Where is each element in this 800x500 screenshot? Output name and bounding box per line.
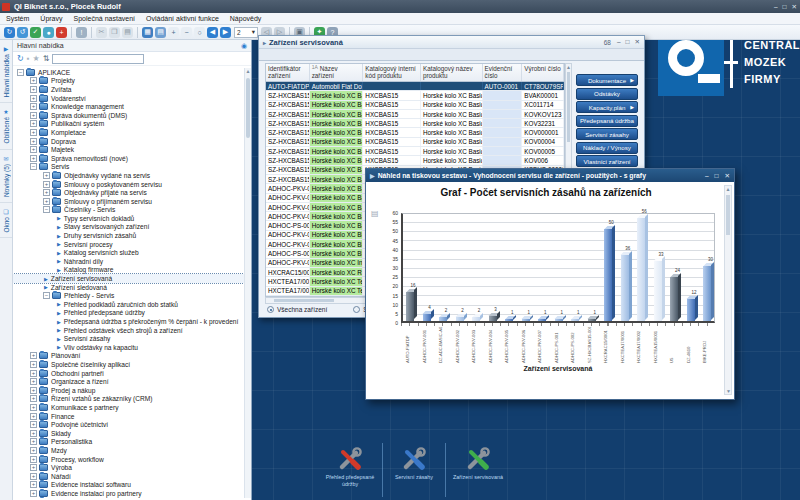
tree-expand-icon[interactable]: + — [30, 361, 37, 368]
tree-expand-icon[interactable]: + — [30, 155, 37, 162]
nav-forward-icon[interactable]: ▶ — [220, 27, 231, 38]
tree-item[interactable]: +Objednávky přijaté na servis — [13, 188, 244, 197]
column-header-5[interactable]: Evidenční číslo — [483, 64, 523, 81]
nav-sort-icon[interactable]: ⇅ — [43, 54, 50, 63]
tree-search-input[interactable] — [52, 54, 144, 64]
action-button-dokumentace[interactable]: Dokumentace▶ — [576, 74, 638, 86]
tree-expand-icon[interactable]: + — [30, 352, 37, 359]
table-row[interactable]: SZ-HXCBAS15-0014Horské kolo XC Basic 15"… — [266, 91, 564, 100]
tree-expand-icon[interactable]: + — [30, 473, 37, 480]
app-maximize-icon[interactable]: □ — [783, 3, 787, 11]
app-close-icon[interactable]: ✕ — [792, 3, 797, 11]
copy-icon[interactable]: ❐ — [109, 27, 120, 38]
tree-expand-icon[interactable]: + — [30, 370, 37, 377]
tree-item[interactable]: +Evidence instalací pro partnery — [13, 489, 244, 498]
tree-expand-icon[interactable]: + — [30, 77, 37, 84]
cancel-icon[interactable]: + — [56, 27, 67, 38]
tree-expand-icon[interactable]: + — [30, 112, 37, 119]
tree-expand-icon[interactable]: + — [30, 430, 37, 437]
nav-panel-options-icon[interactable]: ◉ — [241, 42, 247, 50]
devices-window-minimize-icon[interactable]: – — [617, 38, 621, 46]
action-button-odst-vky[interactable]: Odstávky — [576, 88, 638, 100]
tree-expand-icon[interactable]: + — [30, 413, 37, 420]
tree-item[interactable]: +Personalistika — [13, 438, 244, 447]
tree-item[interactable]: −Číselníky - Servis — [13, 206, 244, 215]
tree-item[interactable]: ▶Typy servisních dokladů — [13, 214, 244, 223]
tree-item[interactable]: ▶Servisní procesy — [13, 240, 244, 249]
column-header-1[interactable]: Identifikátor zařízení — [266, 64, 310, 81]
table-row[interactable]: SZ-HXCBAS15-0010Horské kolo XC Basic 15"… — [266, 147, 564, 156]
devices-window-close-icon[interactable]: ✕ — [635, 38, 640, 46]
nav-favorite-icon[interactable]: ★ — [33, 54, 40, 63]
tree-item[interactable]: +Prodej a nákup — [13, 386, 244, 395]
menu-item-n-pov-dy[interactable]: Nápovědy — [230, 15, 262, 22]
tree-item[interactable]: ▶Servisní zásahy — [13, 334, 244, 343]
tree-item[interactable]: ▶Vliv odstávky na kapacitu — [13, 343, 244, 352]
tree-item[interactable]: +Správa nemovitostí (nové) — [13, 154, 244, 163]
tree-expand-icon[interactable]: + — [30, 86, 37, 93]
tree-item[interactable]: ▶Stavy servisovaných zařízení — [13, 223, 244, 232]
tree-item[interactable]: +Nářadí — [13, 472, 244, 481]
tree-item[interactable]: −Přehledy - Servis — [13, 291, 244, 300]
tree-item[interactable]: +Finance — [13, 412, 244, 421]
column-header-4[interactable]: Katalogový název produktu — [421, 64, 483, 81]
action-button-kapacity-pl-n[interactable]: Kapacity,plán▶ — [576, 101, 638, 113]
tree-expand-icon[interactable]: − — [43, 292, 50, 299]
tree-expand-icon[interactable]: + — [43, 198, 50, 205]
preview-scrollbar[interactable]: ▲ ▼ — [724, 185, 732, 395]
form-view-icon[interactable]: ▤ — [155, 27, 166, 38]
tree-item[interactable]: +Obchodní partneři — [13, 369, 244, 378]
tree-expand-icon[interactable]: + — [30, 103, 37, 110]
tree-expand-icon[interactable]: + — [30, 387, 37, 394]
side-tab-obl-ben-[interactable]: ★Oblíbené — [0, 103, 12, 149]
cut-icon[interactable]: ✂ — [96, 27, 107, 38]
tree-expand-icon[interactable]: + — [30, 120, 37, 127]
column-header-3[interactable]: Katalogový interní kód produktu — [363, 64, 421, 81]
app-window-controls[interactable]: –□✕ — [774, 3, 797, 11]
tree-item[interactable]: +Sklady — [13, 429, 244, 438]
devices-window-titlebar[interactable]: ▸ Zařízení servisovaná 68 –□✕ — [259, 36, 644, 49]
tree-item[interactable]: +Majetek — [13, 145, 244, 154]
preview-window-controls[interactable]: –□✕ — [705, 172, 730, 180]
side-tab-novinky-5-[interactable]: ✉Novinky (5) — [0, 150, 12, 203]
tree-expand-icon[interactable]: + — [43, 189, 50, 196]
tree-item[interactable]: ▶Náhradní díly — [13, 257, 244, 266]
tree-item[interactable]: +Smlouvy o poskytovaném servisu — [13, 180, 244, 189]
menu-item-ovl-d-n-aktivn-funkce[interactable]: Ovládání aktivní funkce — [146, 15, 219, 22]
tree-item[interactable]: +Plánování — [13, 352, 244, 361]
tree-expand-icon[interactable]: + — [30, 378, 37, 385]
table-row[interactable]: SZ-HXCBAS15-0011Horské kolo XC Basic 15"… — [266, 156, 564, 165]
tree-item[interactable]: +Knowledge management — [13, 102, 244, 111]
tree-item[interactable]: +Výroba — [13, 463, 244, 472]
tree-item[interactable]: −Servis — [13, 163, 244, 172]
action-button-p-edepsan-dr-ba[interactable]: Předepsaná údržba — [576, 115, 638, 127]
action-button-servisn-z-sahy[interactable]: Servisní zásahy — [576, 128, 638, 140]
side-tab-hlavn-nab-dka[interactable]: ▶Hlavní nabídka — [0, 40, 12, 103]
tree-item[interactable]: ▶Zařízení servisovaná — [13, 274, 244, 283]
table-row[interactable]: AUTO-FIATDPAutomobil Fiat Doblo PanorAUT… — [266, 82, 564, 91]
refresh-icon[interactable]: ↻ — [4, 27, 15, 38]
zoom-out-icon[interactable]: − — [181, 27, 192, 38]
tree-expand-icon[interactable]: + — [30, 421, 37, 428]
tree-expand-icon[interactable]: + — [43, 172, 50, 179]
grid-view-icon[interactable]: ▦ — [142, 27, 153, 38]
tree-expand-icon[interactable]: + — [30, 456, 37, 463]
devices-window-maximize-icon[interactable]: □ — [626, 38, 630, 46]
shortcut-za-zen-servisovan-[interactable]: Zařízení servisovaná — [446, 443, 510, 497]
tree-expand-icon[interactable]: + — [30, 404, 37, 411]
notifications-icon[interactable]: ! — [76, 27, 87, 38]
tree-item[interactable]: +Komunikace s partnery — [13, 403, 244, 412]
preview-close-icon[interactable]: ✕ — [725, 172, 730, 180]
preview-maximize-icon[interactable]: □ — [715, 172, 719, 180]
tree-expand-icon[interactable]: − — [17, 69, 24, 76]
tree-item[interactable]: +Projekty — [13, 77, 244, 86]
shortcut-servisn-z-sahy[interactable]: Servisní zásahy — [382, 443, 446, 497]
commit-icon[interactable]: ● — [43, 27, 54, 38]
nav-stop-icon[interactable]: ▪ — [27, 54, 30, 63]
tree-expand-icon[interactable]: + — [30, 481, 37, 488]
tree-expand-icon[interactable]: + — [30, 464, 37, 471]
tree-item[interactable]: ▶Zařízení sledovaná — [13, 283, 244, 292]
tree-item[interactable]: +Organizace a řízení — [13, 377, 244, 386]
undo-icon[interactable]: ↺ — [17, 27, 28, 38]
tree-expand-icon[interactable]: + — [43, 181, 50, 188]
